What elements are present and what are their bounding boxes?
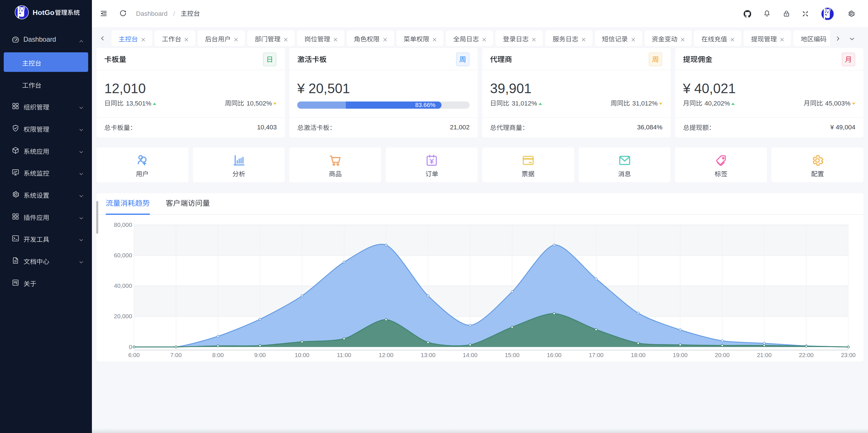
svg-text:15:00: 15:00 — [505, 352, 519, 358]
svg-text:13:00: 13:00 — [421, 352, 435, 358]
svg-text:7:00: 7:00 — [170, 352, 182, 358]
svg-text:20:00: 20:00 — [715, 352, 729, 358]
svg-text:14:00: 14:00 — [463, 352, 477, 358]
svg-text:11:00: 11:00 — [337, 352, 351, 358]
svg-text:9:00: 9:00 — [254, 352, 266, 358]
svg-text:22:00: 22:00 — [799, 352, 813, 358]
svg-text:23:00: 23:00 — [841, 352, 855, 358]
svg-text:18:00: 18:00 — [631, 352, 645, 358]
svg-text:6:00: 6:00 — [128, 352, 140, 358]
svg-text:16:00: 16:00 — [547, 352, 561, 358]
svg-text:8:00: 8:00 — [212, 352, 224, 358]
svg-text:21:00: 21:00 — [757, 352, 772, 358]
svg-text:17:00: 17:00 — [589, 352, 603, 358]
svg-text:12:00: 12:00 — [378, 352, 393, 358]
svg-text:19:00: 19:00 — [673, 352, 687, 358]
svg-text:10:00: 10:00 — [295, 352, 309, 358]
